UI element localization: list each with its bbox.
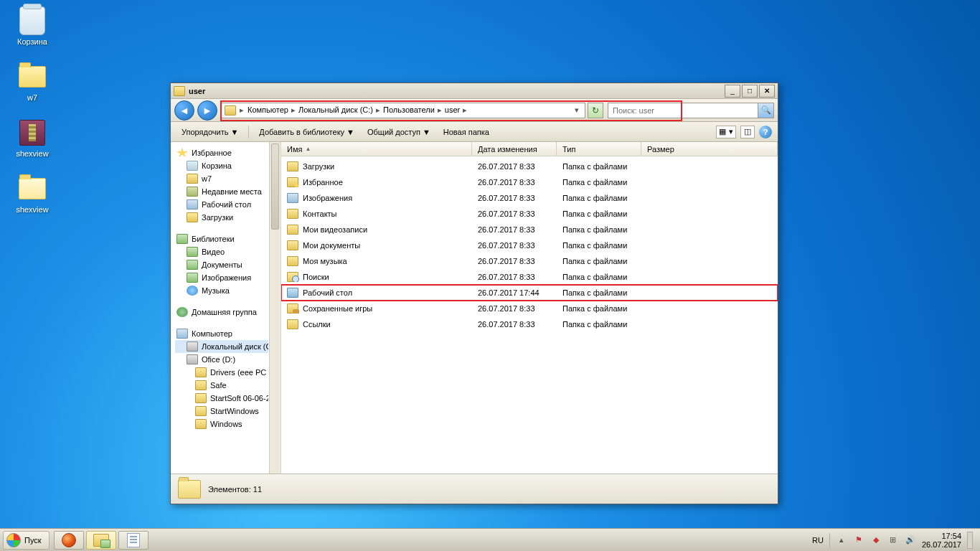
breadcrumb-segment[interactable]: Пользователи [381,105,437,114]
document-icon [127,533,140,547]
maximize-button[interactable]: □ [742,85,758,98]
folder-icon [287,240,298,250]
file-row[interactable]: Мои документы26.07.2017 8:33Папка с файл… [281,237,778,253]
tree-favorites[interactable]: Избранное [175,146,268,159]
tree-item-music[interactable]: Музыка [175,284,268,297]
breadcrumb-segment[interactable]: Компьютер [245,105,291,114]
minimize-button[interactable]: _ [725,85,740,98]
tree-item-bin[interactable]: Корзина [175,159,268,172]
tree-item-w7[interactable]: w7 [175,172,268,185]
folder-icon [178,480,201,499]
tree-item-windows[interactable]: Windows [175,418,268,430]
details-pane: Элементов: 11 [171,474,778,504]
tree-item-startwin[interactable]: StartWindows [175,405,268,418]
help-icon[interactable]: ? [759,126,772,138]
address-bar[interactable]: ▸ Компьютер▸Локальный диск (C:)▸Пользова… [220,103,585,118]
tree-item-recent[interactable]: Недавние места [175,185,268,198]
file-row[interactable]: Ссылки26.07.2017 8:33Папка с файлами [281,316,778,332]
close-button[interactable]: ✕ [759,85,775,98]
new-folder-button[interactable]: Новая папка [438,125,494,139]
folder-icon [287,303,298,314]
sidebar-scrollbar[interactable] [269,142,281,474]
folder-icon [287,256,298,266]
column-name[interactable]: Имя▲ [281,142,472,156]
tray-flag-icon[interactable]: ⚑ [853,534,864,546]
share-button[interactable]: Общий доступ ▼ [362,125,435,139]
tree-homegroup[interactable]: Домашняя группа [175,306,268,319]
task-firefox[interactable] [54,531,84,550]
chevron-right-icon: ▸ [375,105,381,114]
tray-chevron-icon[interactable]: ▴ [836,534,847,546]
view-options-button[interactable]: ▦ ▾ [716,126,736,138]
folder-icon [225,105,236,116]
search-box[interactable]: 🔍 [608,103,774,118]
refresh-button[interactable]: ↻ [588,103,603,118]
fold-icon [187,174,198,184]
tree-item-images[interactable]: Изображения [175,271,268,284]
file-row[interactable]: Избранное26.07.2017 8:33Папка с файлами [281,174,778,190]
column-date[interactable]: Дата изменения [472,142,557,156]
file-row[interactable]: Изображения26.07.2017 8:33Папка с файлам… [281,190,778,206]
tree-item-docs[interactable]: Документы [175,258,268,271]
tree-computer[interactable]: Компьютер [175,327,268,340]
tray-volume-icon[interactable]: 🔊 [905,534,916,546]
tree-libraries[interactable]: Библиотеки [175,232,268,245]
back-button[interactable]: ◄ [174,100,194,121]
tree-item-video[interactable]: Видео [175,245,268,258]
lib-icon [187,260,198,270]
address-dropdown[interactable]: ▾ [572,105,582,115]
tree-item-desktop[interactable]: Рабочий стол [175,198,268,211]
tree-item-drivers[interactable]: Drivers (eee PC 1015) [175,366,268,379]
breadcrumb-segment[interactable]: Локальный диск (C:) [296,105,375,114]
file-row[interactable]: Поиски26.07.2017 8:33Папка с файлами [281,269,778,285]
task-document[interactable] [118,531,149,550]
preview-pane-button[interactable]: ◫ [740,126,755,138]
tree-item-startsoft[interactable]: StartSoft 06-06-2016 [175,392,268,405]
file-list: Имя▲ Дата изменения Тип Размер Загрузки2… [281,142,778,474]
tree-item-safe[interactable]: Safe [175,379,268,392]
desktop-icon-archive-shexview[interactable]: shexview [7,116,57,159]
language-indicator[interactable]: RU [812,536,824,545]
add-to-library-button[interactable]: Добавить в библиотеку ▼ [254,125,359,139]
bin-icon [17,6,47,36]
desktop-icon-folder-w7[interactable]: w7 [7,60,57,103]
folder-icon [17,62,47,92]
taskbar[interactable]: Пуск RU ▴ ⚑ ◆ ⊞ 🔊 17:5426.07.2017 [0,528,980,551]
file-row[interactable]: Моя музыка26.07.2017 8:33Папка с файлами [281,253,778,269]
start-button[interactable]: Пуск [3,531,50,550]
tree-item-drivec[interactable]: Локальный диск (C:) [175,340,268,353]
search-icon[interactable]: 🔍 [758,103,773,118]
forward-button[interactable]: ► [197,100,217,121]
file-row[interactable]: Рабочий стол26.07.2017 17:44Папка с файл… [281,285,778,301]
tray-network-icon[interactable]: ⊞ [887,534,899,546]
column-size[interactable]: Размер [641,142,778,156]
desktop-icon-recycle-bin[interactable]: Корзина [7,4,57,47]
clock[interactable]: 17:5426.07.2017 [922,532,961,549]
column-type[interactable]: Тип [557,142,641,156]
titlebar[interactable]: user _ □ ✕ [171,83,778,99]
tree-item-downloads[interactable]: Загрузки [175,211,268,224]
folder-icon [174,86,185,96]
music-icon [187,286,198,296]
file-row[interactable]: Загрузки26.07.2017 8:33Папка с файлами [281,159,778,174]
folder-icon [287,225,298,235]
desktop-icon-folder-shexview[interactable]: shexview [7,172,57,215]
folder-icon [287,272,298,282]
task-explorer[interactable] [86,531,116,550]
file-row[interactable]: Контакты26.07.2017 8:33Папка с файлами [281,206,778,222]
tray-shield-icon[interactable]: ◆ [870,534,882,546]
search-input[interactable] [608,106,758,115]
file-row[interactable]: Сохраненные игры26.07.2017 8:33Папка с ф… [281,301,778,316]
navigation-pane[interactable]: ИзбранноеКорзинаw7Недавние местаРабочий … [171,142,281,474]
tree-item-drived[interactable]: Ofice (D:) [175,353,268,366]
chevron-right-icon: ▸ [437,105,443,114]
scrollbar-thumb[interactable] [271,143,279,230]
organize-button[interactable]: Упорядочить ▼ [176,125,243,139]
breadcrumb-segment[interactable]: user [443,105,462,114]
star-icon [176,148,188,158]
file-row[interactable]: Мои видеозаписи26.07.2017 8:33Папка с фа… [281,222,778,237]
show-desktop-button[interactable] [967,532,973,549]
folder-icon [195,406,207,416]
fold-icon [187,212,198,222]
folder-icon [195,380,207,390]
